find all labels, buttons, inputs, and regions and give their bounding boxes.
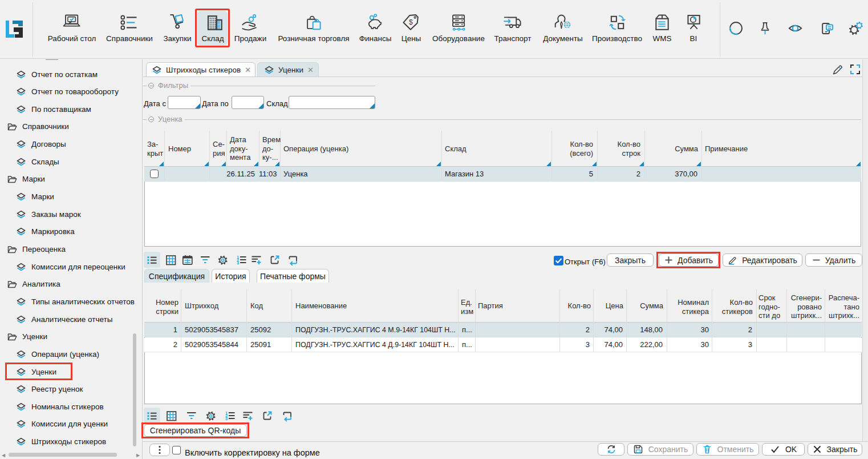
svg-text:3: 3 [237,260,239,265]
svg-text:$: $ [409,18,413,26]
svg-text:3: 3 [225,416,228,421]
